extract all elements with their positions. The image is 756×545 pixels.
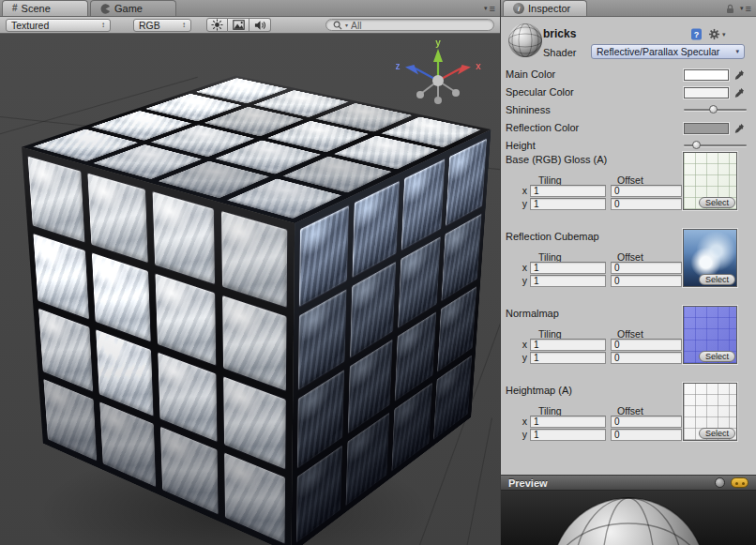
scene-orientation-gizmo[interactable]: y x z	[389, 38, 487, 116]
y-axis-label: y	[516, 429, 527, 440]
tiling-y-input[interactable]	[530, 198, 606, 210]
cube-tile	[220, 210, 288, 310]
reflection-color-eyedropper[interactable]	[733, 122, 746, 135]
offset-y-input[interactable]	[611, 275, 682, 287]
unity-editor-window: # Scene Game ▾ ≡ Textured ↕ RGB ↕	[0, 0, 756, 545]
select-texture-button[interactable]: Select	[699, 428, 735, 439]
gear-icon[interactable]	[708, 28, 720, 40]
texture-thumbnail[interactable]: Select	[683, 229, 737, 287]
help-doc-icon[interactable]: ?	[690, 28, 703, 40]
select-texture-button[interactable]: Select	[699, 274, 735, 285]
tiling-y-input[interactable]	[530, 429, 606, 441]
sun-icon	[211, 19, 223, 31]
height-slider[interactable]	[684, 139, 747, 152]
specular-color-swatch[interactable]	[684, 87, 729, 98]
shader-dropdown[interactable]: Reflective/Parallax Specular ▾	[591, 44, 745, 59]
menu-lines-icon: ≡	[490, 3, 495, 14]
preview-area[interactable]	[501, 491, 756, 545]
slider-thumb[interactable]	[709, 105, 718, 114]
inspector-icon: i	[513, 3, 524, 14]
height-label: Height	[506, 140, 536, 151]
texture-thumbnail[interactable]: Select	[683, 383, 737, 441]
search-filter-caret-icon: ▾	[345, 22, 348, 28]
texture-slot-normalmap: Normalmap Tiling Offset x y Select	[501, 308, 756, 383]
inspector-tabbar: i Inspector ▾ ≡	[501, 0, 756, 17]
x-axis-label: x	[516, 339, 527, 350]
preview-light-toggle[interactable]	[731, 477, 748, 488]
gizmo-y-cone[interactable]	[433, 49, 443, 62]
shininess-label: Shininess	[506, 104, 551, 115]
shininess-slider[interactable]	[684, 103, 747, 116]
scene-toolbar: Textured ↕ RGB ↕	[0, 17, 500, 34]
select-texture-button[interactable]: Select	[699, 351, 735, 362]
scene-toggle-group	[206, 18, 271, 32]
specular-color-eyedropper[interactable]	[733, 86, 746, 99]
y-axis-label: y	[516, 198, 527, 209]
tab-game[interactable]: Game	[90, 0, 176, 16]
texture-slot-label: Reflection Cubemap	[506, 231, 599, 242]
reflection-color-swatch[interactable]	[684, 123, 729, 134]
offset-x-input[interactable]	[611, 262, 682, 274]
tiling-x-input[interactable]	[530, 339, 606, 351]
preview-header[interactable]: Preview	[501, 475, 756, 491]
tiled-cube	[137, 109, 401, 480]
offset-x-input[interactable]	[611, 339, 682, 351]
cube-tile	[154, 272, 217, 366]
color-mode-dropdown[interactable]: RGB ↕	[133, 19, 191, 32]
select-texture-button[interactable]: Select	[699, 197, 735, 208]
tab-inspector-label: Inspector	[528, 3, 570, 14]
texture-slot-heightmap: Heightmap (A) Tiling Offset x y Select	[501, 385, 756, 460]
texture-thumbnail[interactable]: Select	[683, 152, 737, 210]
tab-scene[interactable]: # Scene	[2, 0, 88, 16]
offset-x-input[interactable]	[611, 416, 682, 428]
cube-tile	[221, 295, 287, 392]
search-input[interactable]	[351, 20, 487, 31]
texture-thumbnail[interactable]: Select	[683, 306, 737, 364]
draw-mode-dropdown[interactable]: Textured ↕	[6, 19, 111, 32]
tiling-x-input[interactable]	[530, 185, 606, 197]
scene-search-field[interactable]: ▾	[325, 19, 494, 31]
slider-thumb[interactable]	[692, 141, 701, 149]
tiling-y-input[interactable]	[530, 275, 606, 287]
x-axis-label: x	[516, 185, 527, 196]
gizmo-z-label: z	[396, 61, 401, 71]
tiling-y-input[interactable]	[530, 352, 606, 364]
updown-arrows-icon: ↕	[101, 21, 105, 29]
gizmo-neg-z-cone[interactable]	[452, 89, 460, 97]
scene-panel-menu-button[interactable]: ▾ ≡	[484, 3, 495, 14]
speaker-icon	[254, 20, 266, 31]
preview-sphere	[544, 491, 713, 545]
offset-y-input[interactable]	[611, 198, 682, 210]
gizmo-neg-x-cone[interactable]	[416, 91, 424, 98]
inspector-content: bricks ? ▾ Shader Reflective/Parallax Sp…	[501, 17, 756, 545]
main-color-swatch[interactable]	[684, 69, 729, 81]
image-icon	[233, 20, 245, 30]
cube-object[interactable]	[101, 131, 420, 450]
scene-tabbar: # Scene Game ▾ ≡	[0, 0, 500, 17]
search-icon	[333, 21, 342, 30]
offset-y-input[interactable]	[611, 429, 682, 441]
audio-toggle-button[interactable]	[249, 18, 271, 32]
gear-caret-icon[interactable]: ▾	[722, 31, 726, 38]
gizmo-neg-y-cone[interactable]	[434, 97, 442, 104]
tiling-x-input[interactable]	[530, 416, 606, 428]
tiling-x-input[interactable]	[530, 262, 606, 274]
skybox-toggle-button[interactable]	[228, 18, 249, 32]
eyedropper-icon	[734, 87, 745, 98]
preview-sphere-button[interactable]	[715, 477, 725, 488]
scene-viewport[interactable]: y x z	[0, 34, 500, 545]
menu-lines-icon: ≡	[746, 3, 751, 14]
reflection-color-label: Reflection Color	[506, 122, 579, 133]
cube-tile	[91, 252, 151, 342]
gizmo-center-sphere[interactable]	[432, 75, 444, 86]
tab-scene-label: Scene	[22, 3, 51, 14]
lock-icon[interactable]	[726, 4, 734, 14]
main-color-eyedropper[interactable]	[733, 68, 746, 82]
offset-y-input[interactable]	[611, 352, 682, 364]
dropdown-caret-icon: ▾	[740, 5, 744, 12]
lighting-toggle-button[interactable]	[206, 18, 228, 32]
offset-x-input[interactable]	[611, 185, 682, 197]
tab-inspector[interactable]: i Inspector	[503, 0, 587, 16]
inspector-panel-menu-button[interactable]: ▾ ≡	[740, 3, 751, 14]
dropdown-caret-icon: ▾	[735, 48, 739, 55]
